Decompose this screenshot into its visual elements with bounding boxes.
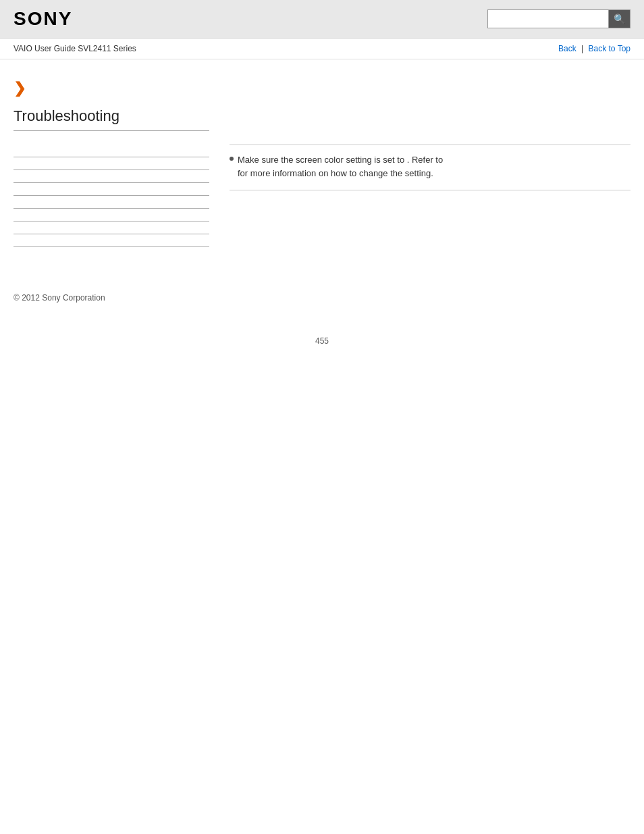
content-divider: [230, 190, 630, 190]
bullet-text-middle: . Refer to: [407, 155, 443, 165]
page-number: 455: [0, 336, 644, 346]
bullet-dot: [230, 157, 234, 161]
nav-separator: |: [581, 44, 585, 53]
page-content: ❯ Troubleshooting Make sure the screen c…: [0, 59, 644, 273]
sidebar-divider-1: [14, 157, 209, 157]
bullet-text: Make sure the screen color setting is se…: [238, 153, 443, 180]
sidebar-divider-3: [14, 182, 209, 183]
search-icon: 🔍: [614, 14, 625, 24]
copyright-text: © 2012 Sony Corporation: [14, 293, 105, 303]
sidebar-divider-5: [14, 208, 209, 209]
page-header: SONY 🔍: [0, 0, 644, 38]
chevron-icon: ❯: [14, 80, 630, 97]
sidebar-divider-4: [14, 195, 209, 196]
nav-links: Back | Back to Top: [558, 44, 630, 53]
sidebar-divider-2: [14, 170, 209, 170]
bullet-text-suffix: for more information on how to change th…: [238, 168, 433, 178]
bullet-text-prefix: Make sure the screen color setting is se…: [238, 155, 404, 165]
page-footer: © 2012 Sony Corporation: [0, 273, 644, 309]
main-layout: Make sure the screen color setting is se…: [14, 145, 630, 259]
nav-bar: VAIO User Guide SVL2411 Series Back | Ba…: [0, 38, 644, 59]
search-input[interactable]: [487, 9, 609, 28]
sidebar-divider-8: [14, 246, 209, 247]
sidebar: [14, 145, 209, 259]
sidebar-divider-7: [14, 234, 209, 234]
sony-logo: SONY: [14, 8, 72, 30]
search-button[interactable]: 🔍: [609, 9, 630, 28]
back-link[interactable]: Back: [558, 44, 576, 53]
main-content-area: Make sure the screen color setting is se…: [230, 145, 630, 259]
list-item: Make sure the screen color setting is se…: [230, 153, 630, 180]
back-to-top-link[interactable]: Back to Top: [589, 44, 630, 53]
guide-title: VAIO User Guide SVL2411 Series: [14, 44, 136, 53]
sidebar-divider-6: [14, 221, 209, 221]
section-heading: Troubleshooting: [14, 107, 209, 131]
search-area: 🔍: [487, 9, 630, 28]
